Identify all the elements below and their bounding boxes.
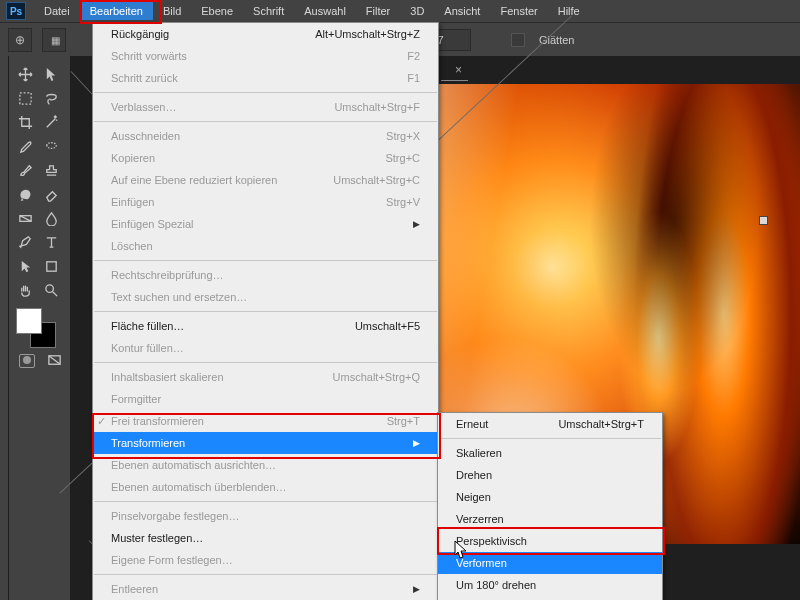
- edit-menu-item-9: EinfügenStrg+V: [93, 191, 438, 213]
- edit-menu-item-22[interactable]: Transformieren▶: [93, 432, 438, 454]
- svg-rect-2: [46, 261, 55, 270]
- transform-submenu: ErneutUmschalt+Strg+TSkalierenDrehenNeig…: [437, 412, 663, 600]
- eraser-tool[interactable]: [40, 184, 62, 204]
- cursor-icon: [454, 540, 468, 560]
- edit-menu-item-1: Schritt vorwärtsF2: [93, 45, 438, 67]
- edit-menu-item-7: KopierenStrg+C: [93, 147, 438, 169]
- edit-menu-item-8: Auf eine Ebene reduziert kopierenUmschal…: [93, 169, 438, 191]
- edit-menu-item-30: Entleeren▶: [93, 578, 438, 600]
- type-tool[interactable]: [40, 232, 62, 252]
- blur-tool[interactable]: [40, 208, 62, 228]
- app-logo: Ps: [6, 2, 26, 20]
- edit-menu-item-20: Formgitter: [93, 388, 438, 410]
- zoom-tool[interactable]: [40, 280, 62, 300]
- menu-bild[interactable]: Bild: [153, 2, 191, 20]
- menu-datei[interactable]: Datei: [34, 2, 80, 20]
- transform-submenu-item-0[interactable]: ErneutUmschalt+Strg+T: [438, 413, 662, 435]
- tool-grid-icon[interactable]: ▦: [42, 28, 66, 52]
- transform-submenu-item-4[interactable]: Neigen: [438, 486, 662, 508]
- patch-tool[interactable]: [40, 136, 62, 156]
- menu-schrift[interactable]: Schrift: [243, 2, 294, 20]
- edit-menu-item-13: Rechtschreibprüfung…: [93, 264, 438, 286]
- color-swatches[interactable]: [16, 308, 56, 348]
- brush-tool[interactable]: [14, 160, 36, 180]
- edit-menu-item-14: Text suchen und ersetzen…: [93, 286, 438, 308]
- edit-menu-dropdown: RückgängigAlt+Umschalt+Strg+ZSchritt vor…: [92, 22, 439, 600]
- edit-menu-item-0[interactable]: RückgängigAlt+Umschalt+Strg+Z: [93, 23, 438, 45]
- transform-submenu-item-5[interactable]: Verzerren: [438, 508, 662, 530]
- eyedropper-tool[interactable]: [14, 136, 36, 156]
- edit-menu-item-4: Verblassen…Umschalt+Strg+F: [93, 96, 438, 118]
- transform-submenu-item-8[interactable]: Um 180° drehen: [438, 574, 662, 596]
- close-icon[interactable]: ×: [455, 63, 462, 77]
- edit-menu-item-2: Schritt zurückF1: [93, 67, 438, 89]
- transform-submenu-item-9[interactable]: Um 90° im UZS drehen: [438, 596, 662, 600]
- transform-submenu-item-3[interactable]: Drehen: [438, 464, 662, 486]
- edit-menu-item-10: Einfügen Spezial▶: [93, 213, 438, 235]
- menu-3d[interactable]: 3D: [400, 2, 434, 20]
- crop-tool[interactable]: [14, 112, 36, 132]
- transform-handle[interactable]: [759, 216, 768, 225]
- hand-tool[interactable]: [14, 280, 36, 300]
- transform-submenu-item-6[interactable]: Perspektivisch: [438, 530, 662, 552]
- lasso-tool[interactable]: [40, 88, 62, 108]
- history-brush-tool[interactable]: [14, 184, 36, 204]
- gradient-tool[interactable]: [14, 208, 36, 228]
- edit-menu-item-27[interactable]: Muster festlegen…: [93, 527, 438, 549]
- edit-menu-item-21: Frei transformieren✓Strg+T: [93, 410, 438, 432]
- menu-bearbeiten[interactable]: Bearbeiten: [80, 2, 153, 20]
- antialias-checkbox[interactable]: [511, 33, 525, 47]
- menu-auswahl[interactable]: Auswahl: [294, 2, 356, 20]
- quickmask-toggle[interactable]: [16, 352, 38, 370]
- edit-menu-item-26: Pinselvorgabe festlegen…: [93, 505, 438, 527]
- palette-strip[interactable]: [0, 56, 9, 600]
- edit-menu-item-19: Inhaltsbasiert skalierenUmschalt+Strg+Q: [93, 366, 438, 388]
- pointer-tool[interactable]: [40, 64, 62, 84]
- transform-submenu-item-2[interactable]: Skalieren: [438, 442, 662, 464]
- fg-color-swatch[interactable]: [16, 308, 42, 334]
- wand-tool[interactable]: [40, 112, 62, 132]
- edit-menu-item-11: Löschen: [93, 235, 438, 257]
- tools-panel: [9, 56, 71, 600]
- menu-ebene[interactable]: Ebene: [191, 2, 243, 20]
- menu-fenster[interactable]: Fenster: [490, 2, 547, 20]
- menu-bar: Ps DateiBearbeitenBildEbeneSchriftAuswah…: [0, 0, 800, 22]
- edit-menu-item-23: Ebenen automatisch ausrichten…: [93, 454, 438, 476]
- edit-menu-item-16[interactable]: Fläche füllen…Umschalt+F5: [93, 315, 438, 337]
- screenmode-toggle[interactable]: [43, 350, 65, 370]
- menu-ansicht[interactable]: Ansicht: [434, 2, 490, 20]
- pen-tool[interactable]: [14, 232, 36, 252]
- edit-menu-item-28: Eigene Form festlegen…: [93, 549, 438, 571]
- path-select-tool[interactable]: [14, 256, 36, 276]
- marquee-tool[interactable]: [14, 88, 36, 108]
- document-tab[interactable]: ×: [441, 60, 468, 81]
- edit-menu-item-24: Ebenen automatisch überblenden…: [93, 476, 438, 498]
- move-tool[interactable]: [14, 64, 36, 84]
- stamp-tool[interactable]: [40, 160, 62, 180]
- edit-menu-item-17: Kontur füllen…: [93, 337, 438, 359]
- edit-menu-item-6: AusschneidenStrg+X: [93, 125, 438, 147]
- transform-submenu-item-7[interactable]: Verformen: [438, 552, 662, 574]
- svg-rect-0: [19, 92, 30, 103]
- transform-ref-icon[interactable]: ⊕: [8, 28, 32, 52]
- menu-filter[interactable]: Filter: [356, 2, 400, 20]
- shape-tool[interactable]: [40, 256, 62, 276]
- svg-point-3: [45, 284, 53, 292]
